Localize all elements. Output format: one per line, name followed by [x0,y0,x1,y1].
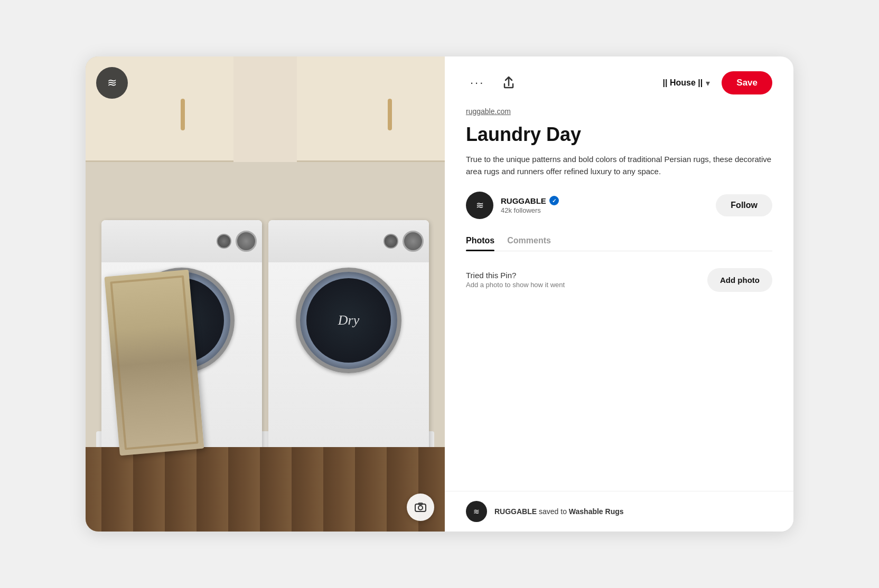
wavy-logo-icon: ≋ [107,76,117,90]
machine-knob-main-r [403,231,424,252]
rug-hanging [104,270,204,456]
board-selector[interactable]: || House || ▾ [658,75,716,91]
machine-panel-right [268,220,429,262]
pin-description: True to the unique patterns and bold col… [466,153,772,178]
follow-button[interactable]: Follow [716,194,772,216]
board-label: || House || [663,78,703,88]
checkmark-icon: ✓ [552,198,556,204]
saved-by-connector: saved to [537,507,569,516]
tried-title: Tried this Pin? [466,271,565,280]
svg-point-1 [418,506,423,510]
cabinet-area [86,56,445,162]
machine-knob-main [236,231,257,252]
machine-panel-left [101,220,262,262]
tab-comments[interactable]: Comments [507,236,551,251]
author-info: RUGGABLE ✓ 42k followers [501,196,559,214]
machine-drum-right: Dry [306,278,391,363]
washing-machine-right: Dry [268,220,429,452]
avatar[interactable]: ≋ [466,192,493,219]
toolbar: ··· || House || ▾ Save [466,71,772,94]
avatar-icon: ≋ [476,200,484,211]
pin-detail-panel: ··· || House || ▾ Save ruggable.com Laun… [445,56,793,532]
saved-by-board: Washable Rugs [569,507,624,516]
machine-knob-small-r [384,234,398,249]
rug-pattern [110,276,198,450]
author-name: RUGGABLE [501,196,546,205]
saved-avatar-icon: ≋ [473,507,480,516]
cabinet-right [297,56,445,162]
author-info-left: ≋ RUGGABLE ✓ 42k followers [466,192,559,219]
toolbar-right: || House || ▾ Save [658,71,772,94]
author-row: ≋ RUGGABLE ✓ 42k followers Follow [466,192,772,219]
share-icon [501,75,516,90]
tried-section: Tried this Pin? Add a photo to show how … [466,264,772,296]
tried-text: Tried this Pin? Add a photo to show how … [466,271,565,289]
pin-title: Laundry Day [466,123,772,146]
cabinet-handle-left [181,99,185,130]
cabinet-handle-right [388,99,392,130]
floor [86,447,445,532]
saved-by-text: RUGGABLE saved to Washable Rugs [494,507,624,516]
machine-knob-small [217,234,231,249]
toolbar-left: ··· [466,73,518,92]
tried-subtitle: Add a photo to show how it went [466,281,565,289]
save-button[interactable]: Save [722,71,772,94]
saved-by-bar: ≋ RUGGABLE saved to Washable Rugs [445,491,793,532]
machine-door-right: Dry [296,268,401,373]
saved-by-name: RUGGABLE [494,507,537,516]
laundry-scene: Dry [86,56,445,532]
add-photo-button[interactable]: Add photo [707,268,772,292]
author-name-row: RUGGABLE ✓ [501,196,559,205]
camera-icon [414,500,427,514]
tab-photos[interactable]: Photos [466,236,494,251]
author-followers: 42k followers [501,206,559,214]
verified-badge: ✓ [549,196,559,205]
pin-image-panel: Dry ≋ [86,56,445,532]
tabs-bar: Photos Comments [466,236,772,251]
share-button[interactable] [499,73,518,92]
more-button[interactable]: ··· [466,74,489,92]
saved-avatar[interactable]: ≋ [466,501,487,522]
chevron-down-icon: ▾ [706,78,710,88]
pin-card: Dry ≋ [86,56,793,532]
spacer [466,296,772,517]
logo-button[interactable]: ≋ [96,67,128,99]
camera-search-button[interactable] [407,494,434,521]
source-link[interactable]: ruggable.com [466,107,772,116]
